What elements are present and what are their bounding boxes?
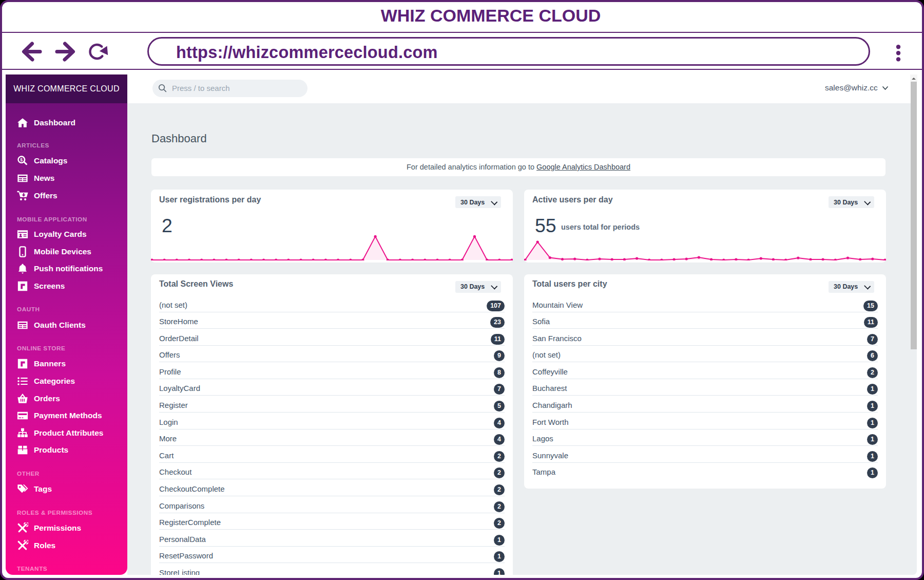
svg-text:$: $ — [20, 157, 23, 162]
